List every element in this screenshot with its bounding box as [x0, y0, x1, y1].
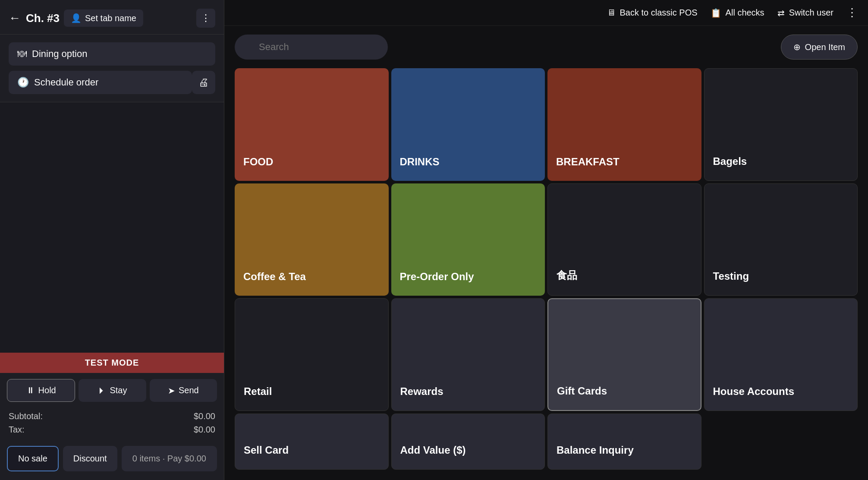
category-retail[interactable]: Retail [235, 298, 389, 411]
category-breakfast[interactable]: BREAKFAST [547, 68, 701, 181]
bottom-section: TEST MODE ⏸ Hold ⏵ Stay ➤ Send Subtotal:… [0, 353, 224, 480]
open-item-button[interactable]: ⊕ Open Item [781, 35, 858, 60]
category-bagels[interactable]: Bagels [704, 68, 858, 181]
switch-icon: ⇄ [777, 8, 785, 18]
hold-icon: ⏸ [26, 385, 35, 395]
pay-label: 0 items · Pay $0.00 [132, 454, 206, 463]
tax-label: Tax: [9, 425, 25, 435]
hold-label: Hold [38, 385, 56, 395]
dining-option-button[interactable]: 🍽 Dining option [9, 42, 215, 66]
action-buttons: ⏸ Hold ⏵ Stay ➤ Send [0, 373, 224, 406]
discount-button[interactable]: Discount [63, 446, 117, 471]
schedule-order-button[interactable]: 🕐 Schedule order [9, 71, 192, 94]
topbar-more-icon: ⋮ [846, 6, 858, 19]
category-rewards[interactable]: Rewards [391, 298, 545, 411]
giftcards-label: Gift Cards [557, 385, 607, 397]
person-icon: 👤 [71, 13, 82, 23]
category-giftcards[interactable]: Gift Cards [547, 298, 701, 411]
switch-user-label: Switch user [789, 8, 833, 18]
breakfast-label: BREAKFAST [556, 156, 620, 168]
set-tab-label: Set tab name [85, 13, 136, 23]
dining-option-label: Dining option [32, 48, 87, 60]
test-mode-bar: TEST MODE [0, 353, 224, 373]
category-preorder[interactable]: Pre-Order Only [391, 183, 545, 296]
houseaccounts-label: House Accounts [713, 385, 794, 398]
no-sale-button[interactable]: No sale [7, 446, 59, 471]
back-to-classic-button[interactable]: 🖥 Back to classic POS [607, 8, 698, 18]
category-grid-row1: FOOD DRINKS BREAKFAST Bagels Coffee & Te… [224, 68, 868, 411]
category-drinks[interactable]: DRINKS [391, 68, 545, 181]
stay-label: Stay [110, 385, 127, 395]
category-testing[interactable]: Testing [704, 183, 858, 296]
schedule-order-label: Schedule order [34, 77, 98, 88]
all-checks-button[interactable]: 📋 All checks [711, 8, 764, 18]
subtotal-label: Subtotal: [9, 411, 43, 421]
monitor-icon: 🖥 [607, 8, 616, 18]
left-more-button[interactable]: ⋮ [196, 9, 215, 28]
more-dots-icon: ⋮ [201, 13, 211, 24]
switch-user-button[interactable]: ⇄ Switch user [777, 8, 833, 18]
send-button[interactable]: ➤ Send [150, 379, 217, 402]
right-panel: 🖥 Back to classic POS 📋 All checks ⇄ Swi… [224, 0, 868, 480]
topbar-more-button[interactable]: ⋮ [846, 6, 858, 19]
no-sale-label: No sale [18, 454, 47, 463]
set-tab-button[interactable]: 👤 Set tab name [64, 9, 143, 27]
drinks-label: DRINKS [400, 156, 440, 168]
left-header: ← Ch. #3 👤 Set tab name ⋮ [0, 0, 224, 35]
category-houseaccounts[interactable]: House Accounts [704, 298, 858, 411]
category-food[interactable]: FOOD [235, 68, 389, 181]
category-balance[interactable]: Balance Inquiry [547, 414, 701, 470]
search-wrapper: 🔍 [235, 35, 775, 60]
plus-circle-icon: ⊕ [793, 42, 801, 52]
print-button[interactable]: 🖨 [192, 71, 215, 94]
search-input[interactable] [235, 35, 388, 60]
coffee-label: Coffee & Tea [243, 271, 306, 283]
order-items-area [0, 102, 224, 353]
open-item-label: Open Item [805, 42, 845, 52]
preorder-label: Pre-Order Only [400, 271, 474, 283]
left-options: 🍽 Dining option 🕐 Schedule order 🖨 [0, 35, 224, 102]
rewards-label: Rewards [400, 385, 443, 398]
clock-icon: 🕐 [17, 77, 29, 88]
category-sellcard[interactable]: Sell Card [235, 414, 389, 470]
tab-number: Ch. #3 [26, 12, 60, 25]
addvalue-label: Add Value ($) [400, 444, 466, 456]
bagels-label: Bagels [713, 155, 747, 167]
sub-category-grid: Sell Card Add Value ($) Balance Inquiry [224, 411, 868, 480]
category-coffee[interactable]: Coffee & Tea [235, 183, 389, 296]
sellcard-label: Sell Card [244, 444, 289, 456]
discount-label: Discount [73, 454, 107, 463]
food-label: FOOD [243, 156, 273, 168]
subtotal-value: $0.00 [194, 411, 215, 421]
back-to-classic-label: Back to classic POS [620, 8, 698, 18]
send-label: Send [179, 385, 199, 395]
balance-label: Balance Inquiry [557, 444, 634, 456]
tab-name-area: Ch. #3 👤 Set tab name [26, 9, 191, 27]
all-checks-label: All checks [726, 8, 764, 18]
category-addvalue[interactable]: Add Value ($) [391, 414, 545, 470]
testing-label: Testing [713, 270, 749, 282]
send-icon: ➤ [168, 385, 175, 396]
search-area: 🔍 ⊕ Open Item [224, 26, 868, 68]
footer-buttons: No sale Discount 0 items · Pay $0.00 [0, 440, 224, 476]
totals-area: Subtotal: $0.00 Tax: $0.00 [0, 406, 224, 440]
dining-icon: 🍽 [17, 48, 27, 60]
stay-button[interactable]: ⏵ Stay [79, 379, 146, 402]
test-mode-label: TEST MODE [85, 358, 139, 367]
top-bar: 🖥 Back to classic POS 📋 All checks ⇄ Swi… [224, 0, 868, 26]
empty-cell [704, 414, 858, 470]
back-arrow-icon: ← [9, 11, 21, 25]
japanese-label: 食品 [557, 268, 577, 282]
stay-icon: ⏵ [97, 385, 106, 395]
retail-label: Retail [244, 385, 272, 398]
checks-icon: 📋 [711, 8, 721, 18]
category-japanese[interactable]: 食品 [547, 183, 701, 296]
pay-button[interactable]: 0 items · Pay $0.00 [122, 446, 217, 471]
subtotal-row: Subtotal: $0.00 [9, 410, 215, 423]
tax-row: Tax: $0.00 [9, 423, 215, 436]
schedule-row: 🕐 Schedule order 🖨 [9, 71, 215, 94]
print-icon: 🖨 [198, 76, 209, 88]
left-panel: ← Ch. #3 👤 Set tab name ⋮ 🍽 Dining optio… [0, 0, 224, 480]
hold-button[interactable]: ⏸ Hold [7, 379, 75, 402]
back-button[interactable]: ← [9, 11, 21, 25]
